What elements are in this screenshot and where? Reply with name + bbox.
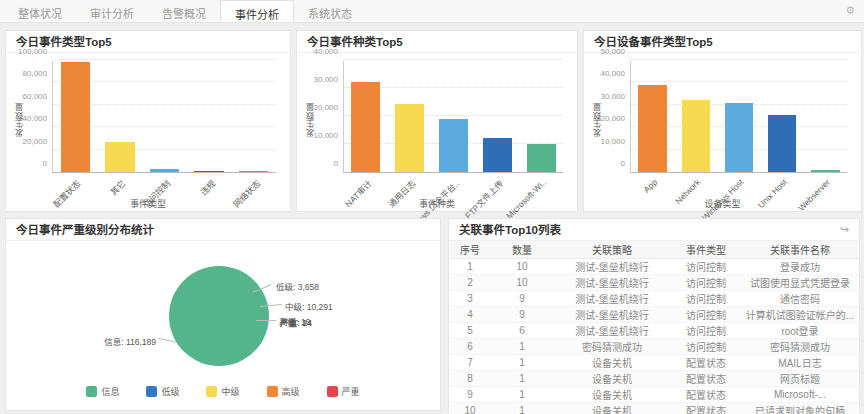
- table-cell: 1: [491, 354, 553, 370]
- table-cell: 1: [491, 386, 553, 402]
- table-row[interactable]: 71设备关机配置状态MAIL日志: [449, 354, 859, 370]
- y-axis-tick: 20,000: [23, 136, 47, 145]
- x-axis-category-label: 其它: [107, 177, 128, 198]
- gridline: [344, 59, 563, 60]
- bar-违规[interactable]: [194, 171, 223, 172]
- table-cell: 9: [449, 386, 491, 402]
- bar-访问控制[interactable]: [150, 169, 179, 172]
- x-axis-label: 事件类型: [6, 197, 290, 210]
- table-row[interactable]: 101设备关机配置状态已请求到对象的句柄: [449, 402, 859, 414]
- bar-App[interactable]: [638, 85, 667, 172]
- bars-container: [631, 61, 847, 172]
- bar-slot: [761, 61, 804, 172]
- table-row[interactable]: 56测试-堡垒机绕行访问控制root登录: [449, 322, 859, 338]
- table-cell: 3: [449, 290, 491, 306]
- table-row[interactable]: 49测试-堡垒机绕行访问控制计算机试图验证帐户的...: [449, 306, 859, 322]
- table-header-序号: 序号: [449, 241, 491, 258]
- table-row[interactable]: 110测试-堡垒机绕行访问控制登录成功: [449, 258, 859, 274]
- table-cell: 2: [449, 274, 491, 290]
- table-cell: 设备关机: [553, 354, 671, 370]
- table-row[interactable]: 210测试-堡垒机绕行访问控制试图使用显式凭据登录: [449, 274, 859, 290]
- bar-网络状态[interactable]: [239, 171, 268, 172]
- legend-item-信息[interactable]: 信息: [86, 385, 119, 398]
- pie-title: 今日事件严重级别分布统计: [6, 219, 440, 241]
- table-cell: 测试-堡垒机绕行: [553, 306, 671, 322]
- y-axis-tick: 80,000: [23, 69, 47, 78]
- bar-Webserver[interactable]: [811, 170, 840, 172]
- bar-slot: [432, 61, 476, 172]
- nav-tab-事件分析[interactable]: 事件分析: [220, 0, 294, 22]
- top-nav-bar: 整体状况审计分析告警概况事件分析系统状态 ⚙: [0, 0, 864, 23]
- bar-Unix Host[interactable]: [768, 115, 797, 172]
- y-axis-tick: 20,000: [314, 103, 338, 112]
- table-cell: 配置状态: [671, 386, 741, 402]
- legend-item-低级[interactable]: 低级: [146, 385, 179, 398]
- table-cell: 密码猜测成功: [553, 338, 671, 354]
- bar-Network[interactable]: [682, 100, 711, 172]
- table-header-关联策略: 关联策略: [553, 241, 671, 258]
- table-cell: 密码猜测成功: [741, 338, 859, 354]
- gear-icon[interactable]: ⚙: [845, 4, 855, 17]
- bar-配置状态[interactable]: [61, 62, 90, 172]
- table-cell: 5: [449, 322, 491, 338]
- chart-plot-area: 020,00040,00060,00080,000100,000: [52, 61, 276, 173]
- table-cell: 试图使用显式凭据登录: [741, 274, 859, 290]
- legend-item-高级[interactable]: 高级: [267, 385, 300, 398]
- table-cell: 已请求到对象的句柄: [741, 402, 859, 414]
- table-cell: Microsoft-...: [741, 386, 859, 402]
- legend-label: 低级: [161, 385, 179, 398]
- y-axis-tick: 50,000: [601, 47, 625, 56]
- gridline: [631, 59, 847, 60]
- y-axis-tick: 40,000: [23, 114, 47, 123]
- legend-item-严重[interactable]: 严重: [327, 385, 360, 398]
- nav-tab-整体状况[interactable]: 整体状况: [4, 0, 76, 22]
- y-axis-tick: 10,000: [314, 131, 338, 140]
- table-row[interactable]: 91设备关机配置状态Microsoft-...: [449, 386, 859, 402]
- card-today-device-event-type-top5: 今日设备事件类型Top5 发生数量 010,00020,00030,00040,…: [583, 30, 862, 212]
- table-row[interactable]: 61密码猜测成功访问控制密码猜测成功: [449, 338, 859, 354]
- card-today-event-kind-top5: 今日事件种类Top5 发生数量 010,00020,00030,00040,00…: [296, 30, 578, 212]
- bar-通用日志[interactable]: [395, 104, 424, 172]
- legend-swatch: [206, 386, 217, 397]
- bar-slot: [231, 61, 276, 172]
- bars-container: [53, 61, 276, 172]
- bar-slot: [717, 61, 760, 172]
- bar-Windows Host[interactable]: [725, 103, 754, 172]
- x-axis-category-label: App: [641, 177, 659, 195]
- table-cell: 1: [491, 402, 553, 414]
- nav-tab-告警概况[interactable]: 告警概况: [148, 0, 220, 22]
- bar-slot: [187, 61, 232, 172]
- table-row[interactable]: 81设备关机配置状态网页标题: [449, 370, 859, 386]
- chart-plot-area: 010,00020,00030,00040,000: [343, 61, 563, 173]
- table-row[interactable]: 39测试-堡垒机绕行访问控制通信密码: [449, 290, 859, 306]
- table-cell: 6: [449, 338, 491, 354]
- table-cell: 测试-堡垒机绕行: [553, 322, 671, 338]
- legend-item-中级[interactable]: 中级: [206, 385, 239, 398]
- table-cell: 设备关机: [553, 386, 671, 402]
- bar-其它[interactable]: [105, 142, 134, 172]
- table-cell: 访问控制: [671, 306, 741, 322]
- table-cell: 配置状态: [671, 370, 741, 386]
- nav-tab-系统状态[interactable]: 系统状态: [294, 0, 366, 22]
- table-cell: 访问控制: [671, 258, 741, 274]
- x-axis-category-label: 违规: [197, 177, 218, 198]
- card-severity-distribution: 今日事件严重级别分布统计 低级: 3,658 中级: 10,291 高级: 16…: [5, 218, 441, 411]
- table-cell: 1: [491, 338, 553, 354]
- table-cell: 8: [449, 370, 491, 386]
- bar-Microsoft-Wi..[interactable]: [527, 144, 556, 172]
- bar-slot: [53, 61, 98, 172]
- table-cell: 测试-堡垒机绕行: [553, 274, 671, 290]
- gridline: [53, 59, 276, 60]
- nav-tab-审计分析[interactable]: 审计分析: [76, 0, 148, 22]
- bar-NAT审计[interactable]: [351, 82, 380, 172]
- bar-slot: [344, 61, 388, 172]
- bar-slot: [475, 61, 519, 172]
- legend-label: 信息: [101, 385, 119, 398]
- table-cell: 登录成功: [741, 258, 859, 274]
- chart-title: 今日设备事件类型Top5: [584, 31, 861, 53]
- severity-pie-chart[interactable]: [169, 266, 269, 366]
- table-cell: 1: [491, 370, 553, 386]
- bar-FTP文件上传[interactable]: [483, 138, 512, 172]
- bar-Windows 口令平台..[interactable]: [439, 119, 468, 172]
- share-icon[interactable]: ↪: [840, 223, 849, 236]
